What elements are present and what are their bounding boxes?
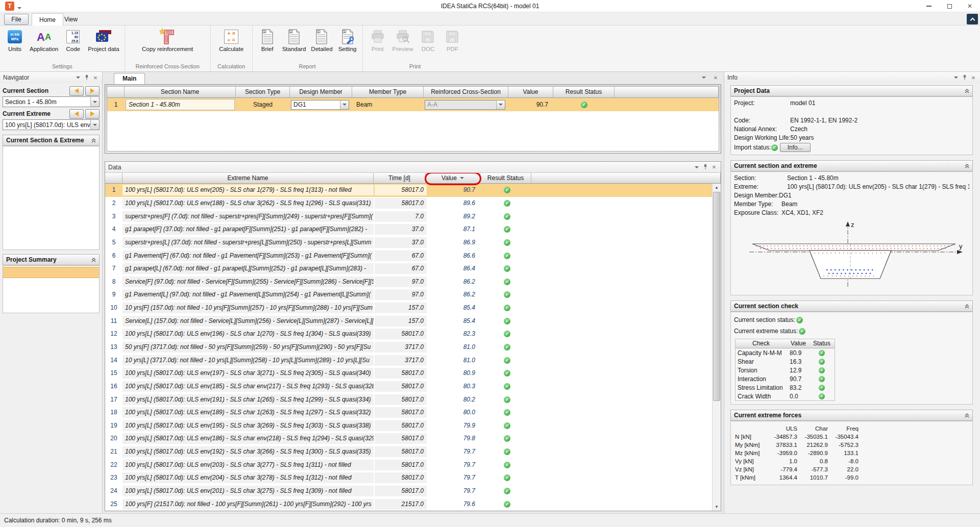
header-section-type[interactable]: Section Type (236, 87, 290, 98)
header-member-type[interactable]: Member Type (352, 87, 424, 98)
table-row[interactable]: 3 superstr+pres[F] (7.0d): not filled - … (105, 210, 721, 223)
minimize-button[interactable] (919, 0, 939, 12)
close-icon[interactable]: ✕ (92, 74, 99, 81)
table-row[interactable]: 19 100 yrs[L] (58017.0d): ULS env(195) -… (105, 419, 721, 433)
table-row[interactable]: 12 100 yrs[L] (58017.0d): ULS env(196) -… (105, 328, 721, 341)
table-row[interactable]: 5 superstr+pres[L] (37.0d): not filled -… (105, 236, 721, 249)
close-icon[interactable]: ✕ (710, 164, 718, 171)
panel-menu-icon[interactable] (75, 74, 82, 81)
group-header-current-section-and-extreme[interactable]: Current section and extreme (730, 160, 973, 171)
table-row[interactable]: 2 100 yrs[L] (58017.0d): ULS env(188) - … (105, 197, 721, 210)
sidebar-item[interactable] (3, 300, 99, 312)
table-row[interactable]: 23 100 yrs[L] (58017.0d): ULS env(204) -… (105, 471, 721, 485)
table-row[interactable]: 11 Service[L] (157.0d): not filled - Ser… (105, 314, 721, 328)
maximize-button[interactable] (939, 0, 960, 12)
tab-main[interactable]: Main (114, 73, 145, 84)
sidebar-item[interactable] (3, 289, 99, 300)
sidebar-item[interactable] (3, 237, 99, 248)
sidebar-item[interactable] (3, 170, 99, 181)
table-row[interactable]: 4 g1 parapet[F] (37.0d): not filled - g1… (105, 223, 721, 236)
sidebar-item[interactable] (3, 204, 99, 215)
close-icon[interactable]: ✕ (712, 74, 719, 81)
tab-view[interactable]: View (57, 13, 85, 26)
sidebar-item[interactable] (3, 267, 99, 278)
prev-extreme-button[interactable] (69, 109, 84, 119)
header-value[interactable]: Value (508, 87, 553, 98)
group-header-current-extreme-forces[interactable]: Current extreme forces (730, 410, 973, 421)
scrollbar-thumb[interactable] (713, 192, 720, 401)
table-row[interactable]: 14 10 yrs[L] (3717.0d): not filled - 10 … (105, 354, 721, 367)
header-design-member[interactable]: Design Member (290, 87, 352, 98)
header-reinforced-cross-section[interactable]: Reinforced Cross-Section (424, 87, 508, 98)
table-row[interactable]: 7 g1 parapet[L] (67.0d): not filled - g1… (105, 262, 721, 275)
group-header-current-section-check[interactable]: Current section check (730, 300, 973, 312)
header-result-status[interactable]: Result Status (480, 173, 531, 184)
copy-reinforcement-button[interactable]: Copy reinforcement (139, 27, 195, 54)
pin-icon[interactable] (702, 164, 709, 171)
sidebar-item[interactable] (3, 215, 99, 226)
application-button[interactable]: AA Application (28, 27, 60, 54)
table-row[interactable]: 16 100 yrs[L] (58017.0d): ULS env(185) -… (105, 380, 721, 393)
sidebar-item[interactable] (3, 181, 99, 192)
row-number: 1 (107, 98, 125, 111)
table-row[interactable]: 24 100 yrs[L] (58017.0d): ULS env(201) -… (105, 485, 721, 498)
header-value-sorted[interactable]: Value (426, 173, 480, 184)
tab-file[interactable]: File (4, 14, 29, 25)
table-row[interactable]: 25 100 yrs[F] (21517.0d): not filled - 1… (105, 497, 721, 511)
pin-icon[interactable] (961, 74, 968, 81)
table-row[interactable]: 1 100 yrs[L] (58017.0d): ULS env(205) - … (105, 184, 721, 197)
vertical-scrollbar[interactable]: ▲ ▼ (712, 184, 721, 511)
group-header-project-data[interactable]: Project Data (730, 85, 973, 96)
next-extreme-button[interactable] (85, 109, 100, 119)
current-extreme-dropdown[interactable]: 100 yrs[L] (58017.0d): ULS env (3, 119, 100, 130)
ribbon-collapse-button[interactable] (967, 14, 978, 24)
prev-section-button[interactable] (69, 86, 84, 96)
header-result-status[interactable]: Result Status (553, 87, 615, 98)
table-row[interactable]: 1 Section 1 - 45.80m Staged DG1 Beam A-A (107, 98, 719, 111)
scroll-up-button[interactable]: ▲ (713, 184, 721, 191)
next-section-button[interactable] (85, 86, 100, 96)
report-detailed-button[interactable]: a Detailed (309, 27, 334, 54)
section-name-cell[interactable]: Section 1 - 45.80m (126, 99, 235, 110)
table-row[interactable]: 10 10 yrs[F] (157.0d): not filled - 10 y… (105, 302, 721, 315)
table-row[interactable]: 13 50 yrs[F] (3717.0d): not filled - 50 … (105, 341, 721, 354)
code-button[interactable]: 1.159025.8 Code (61, 27, 85, 54)
group-header-project-summary[interactable]: Project Summary (3, 254, 100, 265)
sidebar-item[interactable] (3, 192, 99, 204)
table-row[interactable]: 21 100 yrs[L] (58017.0d): ULS env(192) -… (105, 445, 721, 459)
sidebar-item[interactable] (3, 147, 99, 159)
pin-icon[interactable] (83, 74, 90, 81)
header-extreme-name[interactable]: Extreme Name (122, 173, 374, 184)
table-row[interactable]: 8 Service[F] (97.0d): not filled - Servi… (105, 275, 721, 288)
sidebar-item[interactable] (3, 278, 99, 289)
table-row[interactable]: 17 100 yrs[L] (58017.0d): ULS env(191) -… (105, 393, 721, 406)
panel-menu-icon[interactable] (693, 164, 700, 171)
report-standard-button[interactable]: a Standard (280, 27, 308, 54)
design-member-dropdown[interactable]: DG1 (291, 100, 349, 110)
header-section-name[interactable]: Section Name (125, 87, 236, 98)
table-row[interactable]: 22 100 yrs[L] (58017.0d): ULS env(203) -… (105, 458, 721, 471)
close-button[interactable]: ✕ (960, 0, 980, 12)
group-header-current-section-extreme[interactable]: Current Section & Extreme (3, 135, 100, 146)
sidebar-item[interactable] (3, 226, 99, 237)
scroll-down-button[interactable]: ▼ (713, 503, 721, 511)
header-time[interactable]: Time [d] (374, 173, 426, 184)
panel-menu-icon[interactable] (952, 74, 960, 81)
calculate-button[interactable]: + ×÷ = Calculate (217, 27, 246, 54)
close-icon[interactable]: ✕ (970, 74, 977, 81)
report-brief-button[interactable]: a Brief (256, 27, 279, 54)
table-row[interactable]: 20 100 yrs[L] (58017.0d): ULS env(186) -… (105, 432, 721, 445)
info-button[interactable]: Info... (780, 143, 811, 152)
table-row[interactable]: 18 100 yrs[L] (58017.0d): ULS env(189) -… (105, 406, 721, 419)
reinforced-cross-section-dropdown[interactable]: A-A (425, 100, 505, 110)
units-button[interactable]: m´kNMPa Units (3, 27, 27, 54)
table-row[interactable]: 6 g1 Pavement[F] (67.0d): not filled - g… (105, 249, 721, 262)
table-row[interactable]: 9 g1 Pavement[L] (97.0d): not filled - g… (105, 288, 721, 302)
table-row[interactable]: 15 100 yrs[L] (58017.0d): ULS env(197) -… (105, 367, 721, 380)
project-data-button[interactable]: Project data (86, 27, 121, 54)
sidebar-item[interactable] (3, 159, 99, 170)
current-section-dropdown[interactable]: Section 1 - 45.80m (3, 96, 100, 107)
window-list-icon[interactable] (700, 74, 707, 81)
report-setting-button[interactable]: a Setting (336, 27, 359, 54)
forces-table-header: ULS Char Freq (735, 424, 969, 433)
